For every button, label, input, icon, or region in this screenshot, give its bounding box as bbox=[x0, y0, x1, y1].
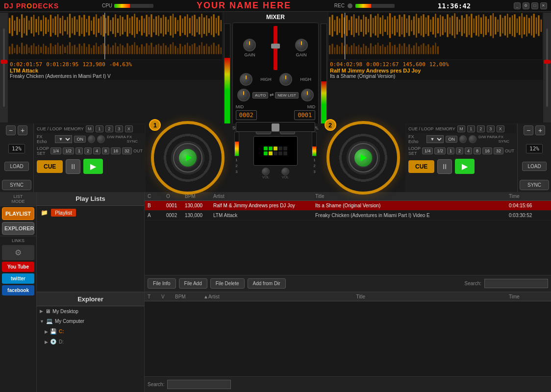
deck-1-16-btn[interactable]: 16 bbox=[111, 147, 121, 154]
deck-2-4-btn[interactable]: 4 bbox=[465, 147, 472, 154]
deck-1-1-btn[interactable]: 1 bbox=[75, 147, 83, 154]
deck-1-minus-btn[interactable]: − bbox=[6, 125, 16, 135]
svg-rect-301 bbox=[408, 44, 410, 54]
settings-button[interactable]: ⚙ bbox=[523, 2, 529, 9]
turntable-play-2[interactable] bbox=[353, 148, 373, 168]
facebook-btn[interactable]: facebook bbox=[2, 285, 34, 295]
auto-btn[interactable]: AUTO bbox=[252, 92, 268, 98]
deck-2-para-knob[interactable] bbox=[469, 135, 476, 143]
mid-right-label: MID bbox=[307, 104, 316, 109]
pitch-slider-right[interactable] bbox=[543, 13, 551, 122]
deck-2-load-btn[interactable]: LOAD bbox=[522, 162, 546, 171]
gain-right-knob[interactable] bbox=[295, 39, 308, 51]
deck-2-32-btn[interactable]: 32 bbox=[494, 147, 503, 154]
vol-right-knob[interactable] bbox=[281, 168, 289, 175]
deck-1-plus-btn[interactable]: + bbox=[18, 125, 27, 135]
playlist-name[interactable]: Playlist bbox=[51, 209, 76, 217]
deck-1-half-btn[interactable]: 1/2 bbox=[63, 147, 74, 154]
deck-2-num3-btn[interactable]: 3 bbox=[487, 125, 495, 132]
deck-1-dw-knob[interactable] bbox=[88, 135, 96, 143]
add-from-dir-btn[interactable]: Add from Dir bbox=[248, 278, 286, 289]
deck-1-num3-btn[interactable]: 3 bbox=[115, 125, 123, 132]
vol-left-knob[interactable] bbox=[262, 168, 270, 175]
deck-1-play-btn[interactable]: ▶ bbox=[83, 159, 103, 174]
dj-name[interactable]: YOUR NAME HERE bbox=[197, 0, 291, 11]
high-right-knob[interactable] bbox=[279, 73, 292, 86]
high-left-knob[interactable] bbox=[240, 73, 252, 86]
deck-1-pause-btn[interactable]: II bbox=[66, 159, 80, 174]
svg-rect-292 bbox=[387, 46, 388, 54]
deck-2-1-btn[interactable]: 1 bbox=[447, 147, 454, 154]
playlist-item[interactable]: 📁 Playlist bbox=[37, 206, 144, 220]
tree-item-desktop[interactable]: ▶ 🖥 My Desktop bbox=[37, 306, 144, 316]
deck-1-num1-btn[interactable]: 1 bbox=[96, 125, 103, 132]
deck-1-quarter-btn[interactable]: 1/4 bbox=[50, 147, 62, 154]
mixer-fader-left[interactable] bbox=[274, 26, 277, 70]
file-add-btn[interactable]: File Add bbox=[179, 278, 207, 289]
tree-item-drive-c[interactable]: ▶ 💾 C: bbox=[37, 326, 144, 337]
waveform-2 bbox=[329, 13, 542, 59]
deck-1-fx-select[interactable]: ▼ bbox=[55, 135, 72, 143]
deck-1-para-knob[interactable] bbox=[97, 135, 105, 143]
deck-2-8-btn[interactable]: 8 bbox=[474, 147, 481, 154]
controls-area: − + 12% LOAD SYNC CUE / LOOP MEMORY M 1 … bbox=[0, 123, 551, 192]
mid-left-knob[interactable] bbox=[237, 89, 250, 101]
settings-gear-btn[interactable]: ⚙ bbox=[2, 245, 34, 260]
deck-2-on-btn[interactable]: ON bbox=[446, 136, 457, 143]
deck-1-cue-btn[interactable]: CUE bbox=[37, 160, 63, 173]
exp-col-v: V bbox=[161, 294, 171, 299]
maximize-button[interactable]: □ bbox=[531, 2, 538, 9]
deck-2-dw-knob[interactable] bbox=[459, 135, 467, 143]
pitch-slider-left[interactable] bbox=[0, 13, 8, 122]
deck-1-32-btn[interactable]: 32 bbox=[122, 147, 132, 154]
deck-1-on-btn[interactable]: ON bbox=[74, 136, 86, 143]
turntable-play-1[interactable] bbox=[178, 148, 198, 168]
deck-1-4-btn[interactable]: 4 bbox=[93, 147, 100, 154]
close-button[interactable]: ✕ bbox=[540, 2, 547, 9]
crossfader[interactable] bbox=[236, 122, 316, 132]
deck-1-8-btn[interactable]: 8 bbox=[102, 147, 109, 154]
search-input-top[interactable] bbox=[484, 279, 548, 288]
search-input-bottom[interactable] bbox=[167, 380, 231, 389]
deck-2-2-btn[interactable]: 2 bbox=[456, 147, 463, 154]
table-row[interactable]: B 0001 130,000 Ralf M & Jimmy Andrews pr… bbox=[145, 201, 551, 211]
turntable-disc-2[interactable]: 2 bbox=[326, 121, 400, 195]
deck-1-x-btn[interactable]: X bbox=[125, 125, 133, 132]
desktop-label: My Desktop bbox=[52, 309, 78, 314]
deck-1-num2-btn[interactable]: 2 bbox=[105, 125, 113, 132]
svg-rect-137 bbox=[125, 48, 125, 54]
playlist-sidebar-btn[interactable]: PLAYLIST bbox=[2, 207, 34, 220]
deck-1-load-btn[interactable]: LOAD bbox=[4, 162, 28, 171]
minimize-button[interactable]: _ bbox=[514, 2, 521, 9]
deck-1-2-btn[interactable]: 2 bbox=[84, 147, 92, 154]
turntable-disc-1[interactable]: 1 bbox=[151, 121, 225, 195]
deck-2-fx-select[interactable]: ▼ bbox=[426, 135, 444, 143]
deck-2-pause-btn[interactable]: II bbox=[437, 159, 452, 174]
file-info-btn[interactable]: File Info bbox=[148, 278, 176, 289]
deck-1-m-btn[interactable]: M bbox=[86, 125, 94, 132]
deck-2-16-btn[interactable]: 16 bbox=[482, 147, 492, 154]
deck-1-sync-btn[interactable]: SYNC bbox=[2, 180, 31, 190]
file-delete-btn[interactable]: File Delete bbox=[210, 278, 245, 289]
deck-2-minus-btn[interactable]: − bbox=[524, 125, 533, 135]
deck-2-num1-btn[interactable]: 1 bbox=[467, 125, 475, 132]
mid-right-knob[interactable] bbox=[301, 89, 314, 101]
deck-2-plus-btn[interactable]: + bbox=[535, 125, 545, 135]
table-row[interactable]: A 0002 130,000 LTM Attack Freaky Chicken… bbox=[145, 211, 551, 220]
deck-2-play-btn[interactable]: ▶ bbox=[455, 159, 475, 174]
new-list-btn[interactable]: NEW LIST bbox=[275, 92, 299, 98]
explorer-sidebar-btn[interactable]: EXPLORER bbox=[2, 222, 34, 235]
deck-2-cue-btn[interactable]: CUE bbox=[408, 160, 434, 173]
twitter-btn[interactable]: twitter bbox=[2, 273, 34, 284]
deck-2-x-btn[interactable]: X bbox=[497, 125, 504, 132]
tree-item-computer[interactable]: ▼ 💻 My Computer bbox=[37, 316, 144, 326]
col-title: Title bbox=[315, 194, 505, 199]
deck-2-num2-btn[interactable]: 2 bbox=[477, 125, 485, 132]
deck-2-half-btn[interactable]: 1/2 bbox=[434, 147, 446, 154]
deck-2-sync-btn[interactable]: SYNC bbox=[520, 180, 549, 190]
tree-item-drive-d[interactable]: ▶ 💿 D: bbox=[37, 337, 144, 347]
deck-2-quarter-btn[interactable]: 1/4 bbox=[422, 147, 433, 154]
youtube-btn[interactable]: You Tube bbox=[2, 262, 34, 272]
gain-left-knob[interactable] bbox=[243, 39, 256, 51]
deck-2-m-btn[interactable]: M bbox=[457, 125, 465, 132]
